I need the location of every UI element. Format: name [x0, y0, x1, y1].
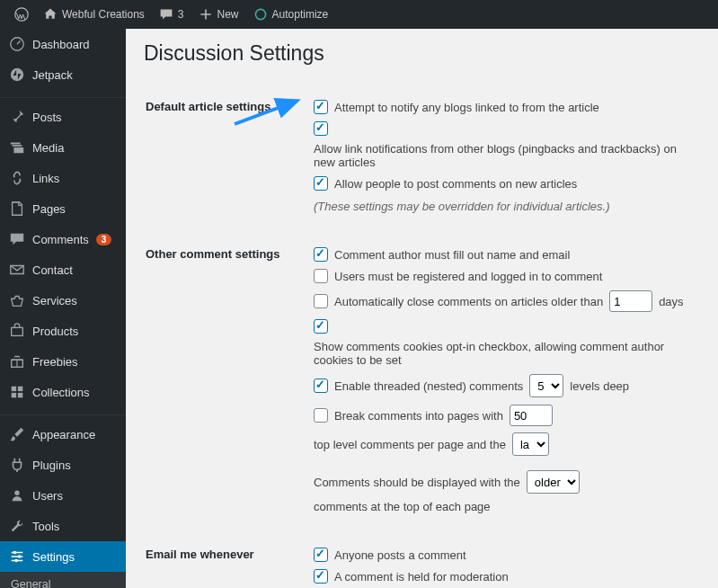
wp-logo[interactable] — [7, 7, 36, 22]
envelope-icon — [9, 262, 25, 278]
opt-auto-close[interactable] — [314, 294, 328, 308]
menu-products[interactable]: Products — [0, 316, 126, 346]
comment-icon — [159, 7, 173, 22]
opt-cookies-optin[interactable] — [314, 319, 328, 334]
menu-freebies[interactable]: Freebies — [0, 346, 126, 377]
svg-rect-8 — [12, 393, 16, 397]
dashboard-icon — [9, 36, 25, 52]
main-content: Discussion Settings Default article sett… — [126, 29, 718, 588]
menu-tools[interactable]: Tools — [0, 511, 126, 541]
threaded-levels[interactable]: 5 — [529, 374, 563, 397]
svg-rect-4 — [12, 327, 23, 335]
menu-posts[interactable]: Posts — [0, 102, 126, 132]
plus-icon — [199, 7, 213, 22]
admin-sidebar: Dashboard Jetpack Posts Media Links Page… — [0, 29, 126, 588]
services-icon — [9, 292, 25, 308]
menu-services[interactable]: Services — [0, 285, 126, 316]
pin-icon — [9, 109, 25, 125]
menu-media[interactable]: Media — [0, 132, 126, 163]
sub-general[interactable]: General — [0, 572, 126, 588]
menu-jetpack[interactable]: Jetpack — [0, 59, 126, 90]
svg-point-3 — [11, 68, 23, 81]
svg-point-12 — [18, 555, 22, 558]
svg-rect-6 — [12, 387, 16, 391]
svg-point-1 — [255, 9, 265, 19]
menu-comments[interactable]: Comments3 — [0, 224, 126, 254]
section-other-comment: Other comment settings — [146, 231, 312, 530]
comments-badge: 3 — [96, 234, 112, 245]
page-title: Discussion Settings — [144, 41, 700, 66]
collections-icon — [9, 384, 25, 400]
opt-author-fill[interactable] — [314, 247, 328, 262]
wrench-icon — [9, 518, 25, 534]
opt-allow-pingbacks[interactable] — [314, 121, 328, 136]
comments-link[interactable]: 3 — [152, 7, 191, 22]
section-email-me: Email me whenever — [146, 531, 312, 588]
svg-point-11 — [13, 551, 17, 555]
new-content[interactable]: New — [191, 7, 246, 22]
gift-icon — [9, 353, 25, 370]
svg-point-13 — [14, 559, 18, 563]
svg-rect-9 — [18, 393, 22, 397]
autoptimize-icon — [253, 7, 268, 22]
media-icon — [9, 139, 25, 156]
opt-anyone-posts[interactable] — [314, 548, 328, 562]
sliders-icon — [9, 548, 25, 565]
opt-must-register[interactable] — [314, 269, 328, 283]
svg-point-10 — [14, 491, 19, 495]
menu-settings[interactable]: Settings — [0, 541, 126, 572]
break-pages-count[interactable] — [510, 405, 553, 426]
site-name[interactable]: Webful Creations — [36, 7, 152, 22]
brush-icon — [9, 426, 25, 442]
products-icon — [9, 323, 25, 339]
autoptimize-link[interactable]: Autoptimize — [246, 7, 336, 22]
menu-contact[interactable]: Contact — [0, 254, 126, 285]
menu-appearance[interactable]: Appearance — [0, 419, 126, 450]
opt-allow-comments[interactable] — [314, 176, 328, 191]
jetpack-icon — [9, 67, 25, 83]
section-default-article: Default article settings — [146, 84, 312, 229]
users-icon — [9, 487, 25, 503]
opt-break-pages[interactable] — [314, 408, 328, 423]
menu-dashboard[interactable]: Dashboard — [0, 29, 126, 59]
override-note: (These settings may be overridden for in… — [314, 200, 609, 213]
break-pages-which[interactable]: la — [512, 432, 549, 456]
plugin-icon — [9, 457, 25, 473]
opt-notify-blogs[interactable] — [314, 100, 328, 114]
menu-plugins[interactable]: Plugins — [0, 450, 126, 480]
menu-collections[interactable]: Collections — [0, 377, 126, 407]
opt-threaded[interactable] — [314, 379, 328, 393]
comment-icon — [9, 231, 25, 247]
link-icon — [9, 170, 25, 186]
auto-close-days[interactable] — [609, 290, 652, 312]
opt-held-moderation[interactable] — [314, 569, 328, 584]
admin-toolbar: Webful Creations 3 New Autoptimize — [0, 0, 718, 29]
menu-users[interactable]: Users — [0, 480, 126, 511]
settings-submenu: General Writing Reading Discussion Media — [0, 572, 126, 588]
home-icon — [43, 7, 58, 22]
display-order[interactable]: older — [527, 470, 580, 494]
menu-pages[interactable]: Pages — [0, 193, 126, 224]
svg-rect-7 — [18, 387, 22, 391]
page-icon — [9, 200, 25, 217]
menu-links[interactable]: Links — [0, 163, 126, 193]
